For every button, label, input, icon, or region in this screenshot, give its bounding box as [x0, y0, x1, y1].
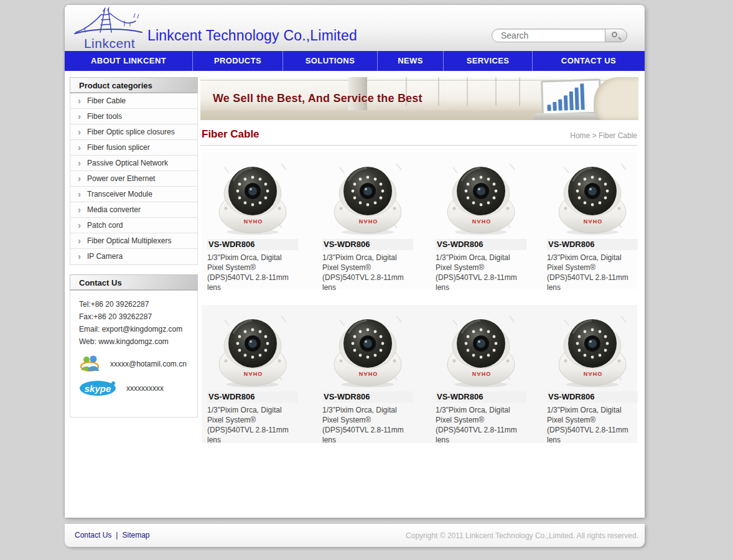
product-card[interactable]: OHAN VS-WDR806 1/3"Pixim Orca, Digital P…: [436, 307, 526, 445]
contact-box: Tel:+86 20 39262287 Fax:+86 20 39262287 …: [70, 291, 198, 418]
product-description: 1/3"Pixim Orca, Digital Pixel System® (D…: [322, 405, 413, 445]
sidebar-item-passive-optical-network[interactable]: ›Passive Optical Network: [70, 156, 197, 171]
dome-camera-image: OHAN: [556, 155, 629, 237]
chevron-right-icon: ›: [78, 248, 81, 264]
svg-text:OHAN: OHAN: [583, 371, 602, 377]
product-name[interactable]: VS-WDR806: [436, 391, 526, 403]
msn-address[interactable]: xxxxx@hotamil.com.cn: [110, 360, 187, 368]
dome-camera-image: OHAN: [331, 307, 404, 390]
sidebar-item-fiber-optic-splice-closures[interactable]: ›Fiber Optic splice closures: [70, 124, 197, 140]
sidebar-item-fiber-cable[interactable]: ›Fiber Cable: [70, 93, 197, 109]
product-name[interactable]: VS-WDR806: [322, 239, 413, 250]
sidebar-item-power-over-ethernet[interactable]: ›Power over Ethernet: [70, 171, 197, 187]
section-title: Fiber Cable: [202, 128, 259, 141]
dome-camera-image: OHAN: [556, 307, 629, 390]
sidebar-item-ip-camera[interactable]: ›IP Camera: [70, 249, 197, 264]
product-name[interactable]: VS-WDR806: [207, 239, 298, 250]
product-name[interactable]: VS-WDR806: [547, 239, 638, 250]
product-description: 1/3"Pixim Orca, Digital Pixel System® (D…: [322, 253, 413, 292]
product-card[interactable]: OHAN VS-WDR806 1/3"Pixim Orca, Digital P…: [207, 307, 298, 445]
sidebar-item-fiber-tools[interactable]: ›Fiber tools: [70, 109, 197, 124]
logo-wordmark: Linkcent: [72, 36, 147, 51]
skype-row: skype xxxxxxxxxx: [79, 380, 197, 396]
banner-window-mullion: [467, 77, 468, 106]
product-description: 1/3"Pixim Orca, Digital Pixel System® (D…: [547, 405, 638, 445]
sidebar-item-label: Fiber Optic splice closures: [87, 124, 175, 140]
sidebar-item-label: Fiber tools: [87, 109, 122, 124]
footer-link-sitemap[interactable]: Sitemap: [122, 531, 149, 539]
product-description: 1/3"Pixim Orca, Digital Pixel System® (D…: [547, 253, 638, 292]
breadcrumb: Home > Fiber Cable: [570, 131, 637, 140]
product-card[interactable]: OHAN VS-WDR806 1/3"Pixim Orca, Digital P…: [322, 307, 413, 445]
dome-camera-image: OHAN: [444, 307, 518, 390]
svg-text:skype: skype: [85, 383, 111, 394]
footer: Contact Us|Sitemap Copyright © 2011 Link…: [65, 524, 645, 547]
footer-links: Contact Us|Sitemap: [75, 531, 150, 539]
msn-row: xxxxx@hotamil.com.cn: [79, 354, 197, 374]
breadcrumb-separator: >: [592, 131, 597, 140]
footer-link-contact-us[interactable]: Contact Us: [75, 531, 111, 539]
svg-text:OHAN: OHAN: [583, 218, 602, 225]
company-logo[interactable]: Linkcent: [72, 7, 147, 50]
sidebar-item-patch-cord[interactable]: ›Patch cord: [70, 218, 197, 233]
product-card[interactable]: OHAN VS-WDR806 1/3"Pixim Orca, Digital P…: [547, 307, 638, 445]
nav-item-about-linkcent[interactable]: ABOUT LINKCENT: [65, 51, 193, 71]
product-name[interactable]: VS-WDR806: [436, 239, 526, 250]
sidebar-item-fiber-fusion-splicer[interactable]: ›Fiber fusion splicer: [70, 140, 197, 156]
page-container: Linkcent Linkcent Technology Co.,Limited…: [65, 5, 645, 518]
contact-email: Email: export@kingdomgz.com: [79, 323, 197, 335]
dome-camera-image: OHAN: [331, 155, 404, 237]
skype-icon: skype: [79, 380, 118, 396]
footer-link-separator: |: [116, 531, 118, 539]
svg-text:OHAN: OHAN: [358, 218, 378, 225]
breadcrumb-home[interactable]: Home: [570, 131, 590, 140]
sidebar-item-media-converter[interactable]: ›Media converter: [70, 202, 197, 218]
product-card[interactable]: OHAN VS-WDR806 1/3"Pixim Orca, Digital P…: [436, 155, 526, 292]
bridge-logo-icon: [72, 7, 147, 36]
product-categories-header: Product categories: [70, 77, 198, 93]
chevron-right-icon: ›: [78, 124, 81, 139]
sidebar-item-fiber-optical-multiplexers[interactable]: ›Fiber Optical Multiplexers: [70, 233, 197, 249]
sidebar-item-label: Passive Optical Network: [87, 156, 168, 171]
product-description: 1/3"Pixim Orca, Digital Pixel System® (D…: [436, 253, 526, 292]
product-description: 1/3"Pixim Orca, Digital Pixel System® (D…: [207, 405, 298, 445]
main-content: We Sell the Best, And Service the Best F…: [200, 5, 638, 518]
chevron-right-icon: ›: [78, 202, 81, 217]
svg-text:OHAN: OHAN: [472, 371, 491, 377]
product-card[interactable]: OHAN VS-WDR806 1/3"Pixim Orca, Digital P…: [207, 155, 298, 292]
contact-us-header: Contact Us: [70, 274, 198, 291]
sidebar-item-label: Transceiver Module: [87, 187, 152, 202]
banner-laptop-chart: [541, 78, 602, 115]
copyright: Copyright © 2011 Linkcent Technology Co.…: [406, 531, 638, 540]
svg-text:OHAN: OHAN: [243, 218, 263, 225]
contact-fax: Fax:+86 20 39262287: [79, 310, 197, 323]
banner-window-mullion: [438, 77, 439, 106]
skype-address[interactable]: xxxxxxxxxx: [126, 384, 164, 393]
msn-icon: [79, 354, 101, 374]
chevron-right-icon: ›: [78, 155, 81, 170]
chevron-right-icon: ›: [78, 93, 81, 108]
contact-tel: Tel:+86 20 39262287: [79, 298, 197, 310]
product-description: 1/3"Pixim Orca, Digital Pixel System® (D…: [207, 253, 298, 292]
banner-window-mullion: [519, 77, 520, 106]
svg-text:OHAN: OHAN: [358, 371, 378, 377]
product-categories-list: ›Fiber Cable›Fiber tools›Fiber Optic spl…: [70, 93, 198, 265]
sidebar-item-transceiver-module[interactable]: ›Transceiver Module: [70, 187, 197, 202]
sidebar-item-label: IP Camera: [87, 249, 123, 264]
hero-banner: We Sell the Best, And Service the Best: [200, 77, 638, 120]
product-card[interactable]: OHAN VS-WDR806 1/3"Pixim Orca, Digital P…: [322, 155, 413, 292]
dome-camera-image: OHAN: [216, 155, 289, 237]
sidebar-item-label: Fiber Cable: [87, 93, 126, 109]
svg-text:OHAN: OHAN: [243, 371, 263, 377]
product-name[interactable]: VS-WDR806: [547, 391, 638, 403]
product-card[interactable]: OHAN VS-WDR806 1/3"Pixim Orca, Digital P…: [547, 155, 638, 292]
product-name[interactable]: VS-WDR806: [207, 391, 298, 403]
svg-text:OHAN: OHAN: [472, 218, 491, 225]
dome-camera-image: OHAN: [216, 307, 289, 390]
product-row-2: OHAN VS-WDR806 1/3"Pixim Orca, Digital P…: [202, 305, 637, 443]
chevron-right-icon: ›: [78, 108, 81, 124]
product-name[interactable]: VS-WDR806: [322, 391, 413, 403]
banner-window-mullion: [495, 77, 497, 106]
chevron-right-icon: ›: [78, 217, 81, 233]
breadcrumb-current: Fiber Cable: [599, 131, 637, 140]
